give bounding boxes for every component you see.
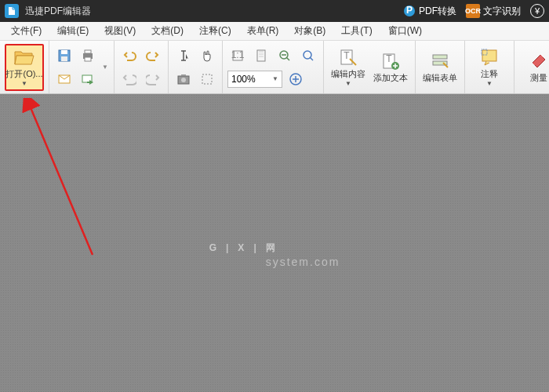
wm-domain: system.com	[266, 256, 340, 268]
mail-button[interactable]	[54, 69, 75, 89]
menu-file[interactable]: 文件(F)	[3, 22, 49, 40]
measure-icon	[528, 51, 549, 71]
add-text-label: 添加文本	[373, 72, 408, 84]
text-cursor-button[interactable]	[173, 45, 194, 66]
send-button[interactable]	[78, 69, 98, 89]
menubar: 文件(F) 编辑(E) 视图(V) 文档(D) 注释(C) 表单(R) 对象(B…	[0, 22, 549, 41]
svg-rect-13	[202, 74, 212, 84]
wm-cn: 网	[266, 242, 277, 253]
redo-button[interactable]	[143, 45, 163, 66]
ocr-icon: OCR	[466, 4, 480, 18]
dropdown-icon: ▼	[272, 75, 278, 82]
open-label: 打开(O)...	[5, 68, 42, 80]
edit-content-icon: T	[337, 47, 359, 67]
dropdown-icon: ▼	[486, 80, 493, 87]
svg-rect-25	[433, 55, 447, 59]
toolbar-group-select	[169, 41, 223, 93]
edit-content-label: 编辑内容	[331, 68, 365, 80]
annotation-arrow	[22, 98, 108, 263]
svg-rect-7	[85, 57, 91, 61]
zoom-value: 100%	[231, 74, 256, 85]
annotate-button[interactable]: 注释 ▼	[470, 44, 509, 91]
ocr-label: 文字识别	[483, 5, 521, 18]
ocr-button[interactable]: OCR 文字识别	[466, 4, 521, 18]
wm-x: X	[238, 242, 245, 253]
edit-form-icon	[429, 51, 451, 71]
pdf-convert-icon: P	[403, 5, 416, 17]
toolbar-group-undo	[115, 41, 169, 93]
edit-content-button[interactable]: T 编辑内容 ▼	[329, 44, 368, 91]
pdf-convert-button[interactable]: P PDF转换	[403, 5, 456, 18]
undo-button[interactable]	[119, 45, 140, 66]
titlebar: 迅捷PDF编辑器 P PDF转换 OCR 文字识别 ¥	[0, 0, 549, 22]
menu-edit[interactable]: 编辑(E)	[49, 22, 96, 40]
toolbar-group-measure: 测量	[514, 41, 549, 93]
svg-text:1:1: 1:1	[231, 49, 245, 60]
hand-button[interactable]	[197, 45, 217, 66]
open-button[interactable]: 打开(O)... ▼	[5, 44, 44, 91]
app-logo-icon	[5, 4, 19, 18]
svg-line-29	[30, 106, 93, 255]
zoom-in-button[interactable]	[285, 69, 306, 89]
menu-comment[interactable]: 注释(C)	[191, 22, 239, 40]
currency-icon[interactable]: ¥	[530, 4, 544, 18]
measure-label: 测量	[530, 72, 547, 84]
workspace: G|X|网 system.com	[0, 94, 549, 392]
toolbar-group-save: ▼	[49, 41, 115, 93]
menu-form[interactable]: 表单(R)	[239, 22, 287, 40]
watermark: G|X|网 system.com	[209, 213, 340, 268]
fit-page-button[interactable]	[251, 45, 271, 66]
dropdown-icon: ▼	[345, 80, 351, 87]
svg-text:P: P	[406, 5, 413, 16]
dropdown-icon: ▼	[21, 80, 27, 87]
svg-rect-27	[482, 50, 496, 61]
zoom-out-button[interactable]	[274, 45, 295, 66]
svg-text:T: T	[344, 50, 350, 61]
svg-rect-3	[61, 50, 67, 54]
menu-view[interactable]: 视图(V)	[96, 22, 144, 40]
undo-all-button[interactable]	[119, 69, 140, 89]
svg-rect-12	[181, 74, 186, 76]
app-title: 迅捷PDF编辑器	[25, 5, 403, 18]
select-area-button[interactable]	[197, 69, 217, 89]
svg-text:T: T	[386, 53, 392, 64]
print-button[interactable]	[78, 45, 98, 66]
toolbar: 打开(O)... ▼ ▼ 1:1	[0, 41, 549, 94]
toolbar-group-annotate: 注释 ▼	[465, 41, 514, 93]
annotate-icon	[478, 47, 500, 67]
svg-point-11	[181, 78, 186, 82]
edit-form-label: 编辑表单	[423, 72, 457, 84]
menu-window[interactable]: 窗口(W)	[380, 22, 430, 40]
toolbar-group-form: 编辑表单	[416, 41, 465, 93]
fit-width-button[interactable]: 1:1	[227, 45, 248, 66]
edit-form-button[interactable]: 编辑表单	[420, 44, 460, 91]
toolbar-group-zoom: 1:1 100% ▼	[223, 41, 324, 93]
menu-object[interactable]: 对象(B)	[286, 22, 333, 40]
save-button[interactable]	[54, 45, 75, 66]
add-text-button[interactable]: T 添加文本	[371, 44, 410, 91]
zoom-fit-button[interactable]	[298, 45, 318, 66]
menu-document[interactable]: 文档(D)	[144, 22, 191, 40]
toolbar-group-edit: T 编辑内容 ▼ T 添加文本	[324, 41, 416, 93]
snapshot-button[interactable]	[173, 69, 194, 89]
zoom-input[interactable]: 100% ▼	[227, 71, 282, 88]
svg-rect-6	[85, 50, 91, 53]
toolbar-group-file: 打开(O)... ▼	[0, 41, 49, 93]
measure-button[interactable]: 测量	[519, 44, 549, 91]
add-text-icon: T	[380, 51, 402, 71]
folder-open-icon	[13, 47, 35, 67]
wm-g: G	[209, 242, 218, 253]
annotate-label: 注释	[481, 68, 498, 80]
menu-tool[interactable]: 工具(T)	[333, 22, 380, 40]
redo-all-button[interactable]	[143, 69, 163, 89]
pdf-convert-label: PDF转换	[419, 5, 456, 18]
svg-rect-4	[61, 56, 67, 61]
